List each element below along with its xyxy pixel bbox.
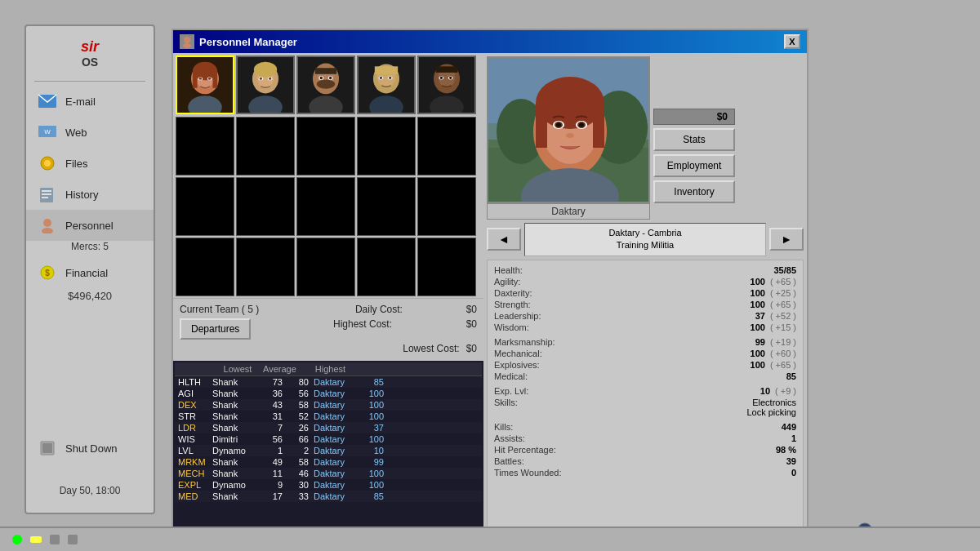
stat-low-val-hlth: 73 (260, 377, 283, 387)
nav-char-line1: Daktary - Cambria (532, 227, 759, 239)
stat-label-expl: EXPL (178, 480, 212, 490)
portrait-4[interactable] (357, 56, 416, 114)
sidebar-item-personnel[interactable]: Personnel (26, 210, 154, 241)
stat-high-val-ldr: 37 (361, 423, 384, 433)
slot-8 (296, 177, 355, 236)
health-label: Health: (494, 265, 523, 275)
team-info-row1: Current Team ( 5 ) Daily Cost: $0 (180, 304, 477, 315)
slot-6 (176, 177, 234, 236)
col-empty (178, 364, 212, 374)
kills-val: 449 (782, 422, 796, 432)
portrait-large-section: Daktary (487, 56, 650, 220)
nav-left-button[interactable]: ◄ (487, 228, 521, 251)
stat-data-row-lvl: LVL Dynamo 1 2 Daktary 10 (175, 445, 482, 456)
svg-point-52 (380, 77, 382, 79)
stat-high-val-wis: 100 (361, 434, 384, 444)
inventory-button[interactable]: Inventory (653, 180, 735, 203)
financial-icon: $ (36, 264, 59, 282)
money-display: $0 (653, 109, 735, 125)
stats-button[interactable]: Stats (653, 128, 735, 151)
status-light-yellow (30, 536, 42, 543)
portrait-5[interactable] (417, 56, 476, 114)
stat-low-name-agi: Shank (212, 389, 260, 398)
sidebar-item-history[interactable]: History (26, 179, 154, 210)
slot-7 (236, 177, 295, 236)
stat-high-val-expl: 100 (361, 480, 384, 490)
svg-point-16 (183, 43, 191, 48)
portrait-3[interactable] (296, 56, 355, 114)
slot-14 (357, 238, 416, 296)
balance-display: $496,420 (26, 288, 154, 309)
svg-point-9 (43, 219, 51, 227)
skills-row: Skills: Electronics Lock picking (494, 398, 796, 417)
dexterity-row: Daxterity: 100 ( +25 ) (494, 288, 796, 298)
history-label: History (65, 189, 98, 201)
svg-point-26 (208, 78, 212, 80)
departures-button[interactable]: Departures (180, 318, 251, 340)
stat-low-val-ldr: 7 (260, 423, 283, 433)
kills-label: Kills: (494, 422, 513, 432)
divider-1 (34, 81, 145, 82)
portrait-2[interactable] (236, 56, 295, 114)
stat-avg-agi: 56 (286, 389, 309, 398)
stat-high-name-agi: Daktary (314, 389, 361, 398)
portrait-1[interactable] (176, 56, 234, 114)
sidebar-item-files[interactable]: Files (26, 148, 154, 179)
leadership-label: Leadership: (494, 311, 541, 321)
stat-label-wis: WIS (178, 434, 212, 444)
sidebar-item-email[interactable]: E-mail (26, 86, 154, 117)
stat-high-val-dex: 100 (361, 400, 384, 410)
files-label: Files (65, 158, 87, 170)
slot-13 (296, 238, 355, 296)
stat-label-dex: DEX (178, 400, 212, 410)
employment-button[interactable]: Employment (653, 154, 735, 177)
slot-10 (417, 177, 476, 236)
svg-point-4 (44, 160, 51, 167)
stat-low-name-med: Shank (212, 491, 260, 501)
stat-high-name-dex: Daktary (314, 400, 361, 410)
stat-data-row-wis: WIS Dimitri 56 66 Daktary 100 (175, 433, 482, 445)
svg-point-63 (449, 77, 452, 79)
stat-low-val-str: 31 (260, 411, 283, 421)
slot-5 (417, 117, 476, 176)
stat-high-val-lvl: 10 (361, 446, 384, 455)
leadership-val: 37 (755, 311, 765, 321)
sidebar-item-shutdown[interactable]: Shut Down (26, 433, 154, 464)
svg-point-45 (329, 77, 332, 79)
sidebar-item-web[interactable]: W Web (26, 117, 154, 148)
stats-section: Lowest Average Highest HLTH Shank 73 80 … (173, 361, 483, 533)
team-info-row2: Departures Highest Cost: $0 (180, 318, 477, 340)
stat-low-val-lvl: 1 (260, 446, 283, 455)
status-light-green (12, 535, 22, 544)
slot-9 (357, 177, 416, 236)
health-val: 35/85 (773, 265, 796, 275)
stat-high-name-expl: Daktary (314, 480, 361, 490)
nav-right-button[interactable]: ► (769, 228, 804, 251)
svg-point-10 (42, 228, 53, 233)
stat-label-ldr: LDR (178, 423, 212, 433)
explosives-label: Explosives: (494, 360, 540, 370)
marksmanship-val: 99 (755, 337, 765, 347)
stat-low-val-expl: 9 (260, 480, 283, 490)
stat-high-name-lvl: Daktary (314, 446, 361, 455)
window-body: Current Team ( 5 ) Daily Cost: $0 Depart… (173, 53, 807, 533)
skill1: Electronics (746, 398, 796, 407)
stat-avg-mech: 46 (286, 469, 309, 478)
marksmanship-bonus: ( +19 ) (770, 337, 796, 347)
nav-row: ◄ Daktary - Cambria Training Militia ► (487, 223, 804, 256)
stat-high-name-ldr: Daktary (314, 423, 361, 433)
stats-header-row: Lowest Average Highest (175, 362, 482, 376)
strength-label: Strength: (494, 300, 531, 309)
sidebar-item-financial[interactable]: $ Financial (26, 257, 154, 288)
stat-low-name-dex: Shank (212, 400, 260, 410)
daily-cost-val: $0 (466, 304, 477, 315)
mechanical-label: Mechanical: (494, 349, 542, 358)
nav-char-info: Daktary - Cambria Training Militia (524, 223, 766, 256)
svg-point-54 (389, 77, 391, 79)
mechanical-row: Mechanical: 100 ( +60 ) (494, 349, 796, 358)
close-button[interactable]: X (784, 34, 800, 49)
battles-label: Battles: (494, 456, 524, 466)
marksmanship-row: Marksmanship: 99 ( +19 ) (494, 337, 796, 347)
svg-point-81 (566, 133, 574, 138)
stat-label-agi: AGI (178, 389, 212, 398)
